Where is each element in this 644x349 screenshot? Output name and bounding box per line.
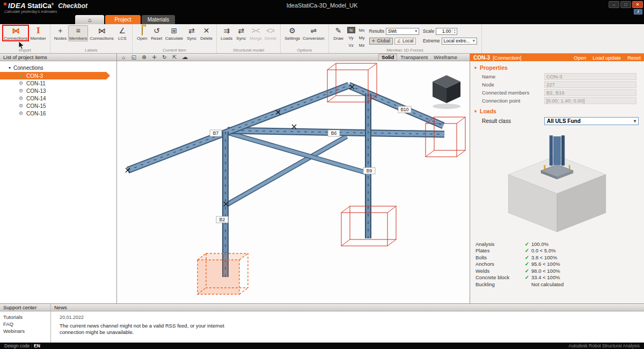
button-label: LCS [118, 36, 127, 41]
view-cube[interactable] [433, 75, 460, 109]
labels-lcs-button[interactable]: ∠ LCS [115, 25, 129, 41]
member-ibeam-icon: I [36, 26, 40, 35]
load-update-button[interactable]: Load update [592, 55, 621, 61]
properties-section-header[interactable]: ▾ Properties [470, 61, 644, 72]
feedback-icon[interactable]: ☁ [180, 54, 189, 61]
project-items-header: List of project items [0, 54, 116, 61]
pan-icon[interactable]: ✛ [150, 54, 159, 60]
model-sync-button[interactable]: ⇄ Sync [234, 25, 248, 41]
results-dropdown[interactable]: SWt ▾ [386, 28, 419, 35]
force-toggle-vy[interactable]: Vy [347, 34, 355, 41]
button-label: Delete [200, 36, 213, 41]
open-connection-button[interactable]: Open [574, 55, 586, 61]
tree-item[interactable]: ⚙ CON-13 [0, 87, 106, 94]
sync-button[interactable]: ⇄ Sync [185, 25, 199, 41]
close-button[interactable]: ✕ [632, 1, 643, 8]
calculate-button[interactable]: ⊞ Calculate [164, 25, 184, 41]
detail-actions: Open Load update Reset [574, 55, 641, 61]
labels-members-button[interactable]: ≡ Members [68, 25, 88, 41]
window-controls: – □ ✕ [609, 1, 643, 8]
detail-panel-header: CON-3 [Connection] Open Load update Rese… [470, 54, 644, 61]
ribbon-group-labels: + Nodes ≡ Members ⋈ Connections ∠ LCS La… [50, 24, 133, 53]
result-class-dropdown[interactable]: All ULS Fund ▾ [544, 117, 639, 125]
item-label: CON-16 [26, 111, 46, 117]
selected-connection-box[interactable] [197, 253, 248, 294]
display-mode-wireframe[interactable]: Wireframe [431, 54, 460, 61]
loads-section-header[interactable]: ▾ Loads [470, 105, 644, 116]
support-center-panel: Support center Tutorials FAQ Webinars [0, 304, 51, 343]
display-mode-solid[interactable]: Solid [378, 54, 397, 61]
force-toggle-mx[interactable]: Mx [358, 27, 366, 33]
zoom-window-icon[interactable]: ◱ [129, 54, 138, 60]
reset-connection-button[interactable]: Reset [627, 55, 641, 61]
result-value: 95.6 < 100% [531, 261, 560, 267]
button-label: Sync [187, 36, 196, 41]
delete-button[interactable]: ✕ Delete [199, 25, 214, 41]
tab-materials[interactable]: Materials [142, 15, 175, 24]
tree-item[interactable]: ⚙ CON-16 [0, 110, 106, 117]
import-connections-button[interactable]: ⋈ Connections [3, 25, 28, 41]
force-toggle-n[interactable]: N [347, 27, 355, 33]
info-button[interactable]: i [634, 9, 642, 14]
bottom-strip: Support center Tutorials FAQ Webinars Ne… [0, 303, 644, 343]
conversion-button[interactable]: ⇌ Conversion [302, 25, 325, 41]
item-status-icon: ⚙ [18, 103, 24, 108]
tab-home[interactable]: ⌂ [75, 15, 104, 24]
open-button[interactable]: Open [135, 25, 149, 41]
faq-link[interactable]: FAQ [0, 321, 50, 328]
ribbon: ⋈ Connections I Member Import + Nodes ≡ … [0, 24, 644, 54]
tree-root-connections[interactable]: ▾ Connections [0, 64, 116, 72]
extreme-dropdown[interactable]: Local extre... ▾ [442, 38, 477, 45]
property-label: Name [482, 74, 544, 79]
webinars-link[interactable]: Webinars [0, 328, 50, 335]
home-view-icon[interactable]: ⌂ [119, 54, 128, 60]
settings-button[interactable]: ⚙ Settings [283, 25, 301, 41]
structure-model[interactable]: B7 B6 B10 B9 B2 [117, 61, 470, 303]
design-code-value[interactable]: EN [34, 343, 40, 348]
tree-item[interactable]: ⚙ CON-14 [0, 94, 106, 102]
check-icon: ✓ [523, 248, 531, 253]
logo-idea: IDEA [8, 2, 26, 10]
merge-button[interactable]: >< Merge [248, 25, 263, 41]
force-toggle-column-1: N Vy Vz [347, 25, 355, 48]
beam-rail[interactable] [349, 85, 443, 126]
zoom-icon[interactable]: ⊕ [140, 54, 149, 60]
connection-preview[interactable] [470, 126, 644, 237]
labels-nodes-button[interactable]: + Nodes [53, 25, 68, 41]
button-label: Global [377, 38, 390, 43]
draw-button[interactable]: ✎ Draw [332, 25, 346, 41]
tutorials-link[interactable]: Tutorials [0, 311, 50, 321]
import-member-button[interactable]: I Member [29, 25, 47, 41]
tree-expand-icon[interactable]: ▾ [9, 66, 11, 70]
viewport-3d[interactable]: ⌂ ◱ ⊕ ✛ ↻ ⇱ ☁ Solid Transparent Wirefram… [117, 54, 470, 303]
tab-project[interactable]: Project [105, 15, 141, 24]
property-label: Node [482, 82, 544, 88]
minimize-button[interactable]: – [609, 1, 619, 8]
button-label: Local [402, 38, 413, 43]
tree-item[interactable]: ⚙ CON-11 [0, 79, 106, 87]
tree-item[interactable]: ⚙ CON-15 [0, 102, 106, 110]
global-button[interactable]: ✛ Global [369, 38, 393, 45]
reset-button[interactable]: ↺ Reset [150, 25, 164, 41]
spin-down-icon[interactable]: ▾ [452, 31, 457, 34]
force-toggle-my[interactable]: My [358, 34, 366, 41]
scale-input[interactable]: 1.00 ▴▾ [436, 28, 457, 35]
ribbon-group-member-forces: ✎ Draw N Vy Vz Mx My Mz Results SWt ▾ [329, 24, 482, 53]
result-label: Anchors [475, 261, 523, 267]
rotate-icon[interactable]: ↻ [160, 54, 169, 60]
zoom-fit-icon[interactable]: ⇱ [170, 54, 179, 60]
display-mode-transparent[interactable]: Transparent [398, 54, 430, 61]
labels-connections-button[interactable]: ⋈ Connections [89, 25, 114, 41]
tree-item[interactable]: ✓ CON-3 [0, 72, 106, 79]
extreme-label: Extreme [423, 38, 440, 43]
scene-canvas[interactable]: B7 B6 B10 B9 B2 [117, 61, 470, 303]
divide-button[interactable]: <> Divide [264, 25, 277, 41]
chevron-down-icon: ▾ [634, 119, 636, 123]
maximize-button[interactable]: □ [620, 1, 631, 8]
results-list: Analysis ✓ 100.0% Plates ✓ 0.0 < 5.0% Bo… [470, 241, 644, 288]
loads-button[interactable]: ⇉ Loads [219, 25, 233, 41]
main-area: List of project items ▾ Connections ✓ CO… [0, 54, 644, 303]
brace-diagonal[interactable] [226, 136, 347, 205]
button-label: Reset [151, 36, 162, 41]
local-button[interactable]: ∠ Local [394, 38, 416, 45]
